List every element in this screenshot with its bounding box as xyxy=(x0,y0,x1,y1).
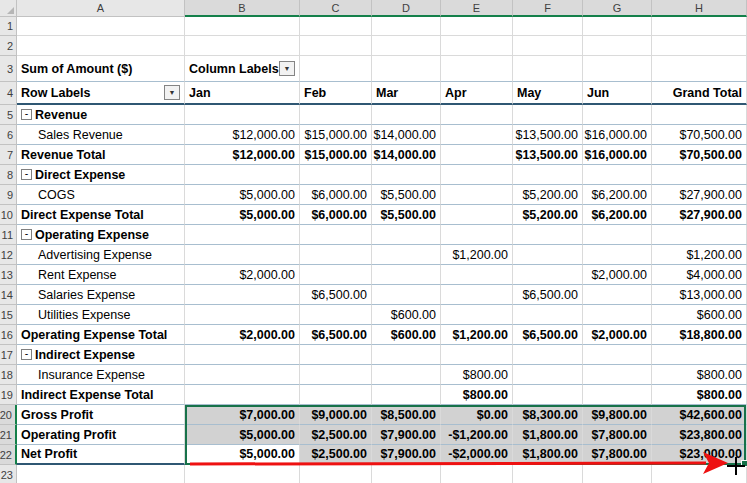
col-header-G[interactable]: G xyxy=(583,0,652,17)
cell-E18[interactable]: $800.00 xyxy=(441,365,513,385)
cell-A1[interactable] xyxy=(17,17,185,36)
cell-D10[interactable]: $5,500.00 xyxy=(372,205,441,225)
cell-H22[interactable]: $23,000.00 xyxy=(652,445,747,465)
cell-G14[interactable] xyxy=(583,285,652,305)
cell-G13[interactable]: $2,000.00 xyxy=(583,265,652,285)
cell-D17[interactable] xyxy=(372,345,441,365)
cell-H10[interactable]: $27,900.00 xyxy=(652,205,747,225)
cell-E16[interactable]: $1,200.00 xyxy=(441,325,513,345)
cell-B13[interactable]: $2,000.00 xyxy=(185,265,300,285)
cell-F9[interactable]: $5,200.00 xyxy=(513,185,583,205)
col-header-F[interactable]: F xyxy=(513,0,583,17)
col-header-D[interactable]: D xyxy=(372,0,441,17)
cell-A9[interactable]: COGS xyxy=(17,185,185,205)
row-header-3[interactable]: 3 xyxy=(0,56,17,82)
cell-A4[interactable]: Row Labels▼ xyxy=(17,82,185,105)
cell-F19[interactable] xyxy=(513,385,583,405)
cell-C6[interactable]: $15,000.00 xyxy=(300,125,372,145)
cell-C11[interactable] xyxy=(300,225,372,245)
cell-H2[interactable] xyxy=(652,36,747,56)
cell-G21[interactable]: $7,800.00 xyxy=(583,425,652,445)
cell-E9[interactable] xyxy=(441,185,513,205)
cell-A14[interactable]: Salaries Expense xyxy=(17,285,185,305)
cell-G2[interactable] xyxy=(583,36,652,56)
cell-F14[interactable]: $6,500.00 xyxy=(513,285,583,305)
cell-E7[interactable] xyxy=(441,145,513,165)
row-header-21[interactable]: 21 xyxy=(0,425,17,445)
cell-B16[interactable]: $2,000.00 xyxy=(185,325,300,345)
cell-E19[interactable]: $800.00 xyxy=(441,385,513,405)
cell-B9[interactable]: $5,000.00 xyxy=(185,185,300,205)
cell-G10[interactable]: $6,200.00 xyxy=(583,205,652,225)
cell-E14[interactable] xyxy=(441,285,513,305)
cell-C12[interactable] xyxy=(300,245,372,265)
cell-A17[interactable]: -Indirect Expense xyxy=(17,345,185,365)
cell-D15[interactable]: $600.00 xyxy=(372,305,441,325)
cell-B11[interactable] xyxy=(185,225,300,245)
cell-D13[interactable] xyxy=(372,265,441,285)
cell-F23[interactable] xyxy=(513,465,583,483)
cell-H18[interactable]: $800.00 xyxy=(652,365,747,385)
cell-G6[interactable]: $16,000.00 xyxy=(583,125,652,145)
cell-F22[interactable]: $1,800.00 xyxy=(513,445,583,465)
cell-A16[interactable]: Operating Expense Total xyxy=(17,325,185,345)
cell-E22[interactable]: -$2,000.00 xyxy=(441,445,513,465)
cell-F11[interactable] xyxy=(513,225,583,245)
cell-E21[interactable]: -$1,200.00 xyxy=(441,425,513,445)
cell-A13[interactable]: Rent Expense xyxy=(17,265,185,285)
cell-D5[interactable] xyxy=(372,105,441,125)
cell-C1[interactable] xyxy=(300,17,372,36)
cell-E20[interactable]: $0.00 xyxy=(441,405,513,425)
cell-D9[interactable]: $5,500.00 xyxy=(372,185,441,205)
cell-E8[interactable] xyxy=(441,165,513,185)
cell-F5[interactable] xyxy=(513,105,583,125)
cell-H14[interactable]: $13,000.00 xyxy=(652,285,747,305)
cell-H11[interactable] xyxy=(652,225,747,245)
cell-A3[interactable]: Sum of Amount ($) xyxy=(17,56,185,82)
cell-E4[interactable]: Apr xyxy=(441,82,513,105)
cell-G22[interactable]: $7,800.00 xyxy=(583,445,652,465)
cell-C17[interactable] xyxy=(300,345,372,365)
cell-C4[interactable]: Feb xyxy=(300,82,372,105)
collapse-button[interactable]: - xyxy=(21,109,32,120)
cell-B22[interactable]: $5,000.00 xyxy=(185,445,300,465)
cell-C18[interactable] xyxy=(300,365,372,385)
row-header-20[interactable]: 20 xyxy=(0,405,17,425)
cell-D12[interactable] xyxy=(372,245,441,265)
cell-F13[interactable] xyxy=(513,265,583,285)
cell-B10[interactable]: $5,000.00 xyxy=(185,205,300,225)
cell-H16[interactable]: $18,800.00 xyxy=(652,325,747,345)
cell-A11[interactable]: -Operating Expense xyxy=(17,225,185,245)
fill-handle[interactable] xyxy=(741,460,747,467)
cell-B20[interactable]: $7,000.00 xyxy=(185,405,300,425)
cell-H13[interactable]: $4,000.00 xyxy=(652,265,747,285)
cell-H1[interactable] xyxy=(652,17,747,36)
col-header-E[interactable]: E xyxy=(441,0,513,17)
cell-H15[interactable]: $600.00 xyxy=(652,305,747,325)
cell-A22[interactable]: Net Profit xyxy=(17,445,185,465)
cell-E10[interactable] xyxy=(441,205,513,225)
row-header-13[interactable]: 13 xyxy=(0,265,17,285)
column-labels-filter-button[interactable]: ▼ xyxy=(279,61,295,76)
cell-H7[interactable]: $70,500.00 xyxy=(652,145,747,165)
cell-G5[interactable] xyxy=(583,105,652,125)
cell-D22[interactable]: $7,900.00 xyxy=(372,445,441,465)
cell-C14[interactable]: $6,500.00 xyxy=(300,285,372,305)
cell-G20[interactable]: $9,800.00 xyxy=(583,405,652,425)
cell-A6[interactable]: Sales Revenue xyxy=(17,125,185,145)
row-labels-filter-button[interactable]: ▼ xyxy=(164,85,180,100)
cell-E6[interactable] xyxy=(441,125,513,145)
row-header-18[interactable]: 18 xyxy=(0,365,17,385)
cell-A20[interactable]: Gross Profit xyxy=(17,405,185,425)
cell-C3[interactable] xyxy=(300,56,372,82)
cell-E13[interactable] xyxy=(441,265,513,285)
select-all-corner[interactable] xyxy=(0,0,17,17)
col-header-H[interactable]: H xyxy=(652,0,747,17)
row-header-17[interactable]: 17 xyxy=(0,345,17,365)
cell-H12[interactable]: $1,200.00 xyxy=(652,245,747,265)
cell-C2[interactable] xyxy=(300,36,372,56)
cell-E1[interactable] xyxy=(441,17,513,36)
cell-B8[interactable] xyxy=(185,165,300,185)
cell-D21[interactable]: $7,900.00 xyxy=(372,425,441,445)
cell-C10[interactable]: $6,000.00 xyxy=(300,205,372,225)
